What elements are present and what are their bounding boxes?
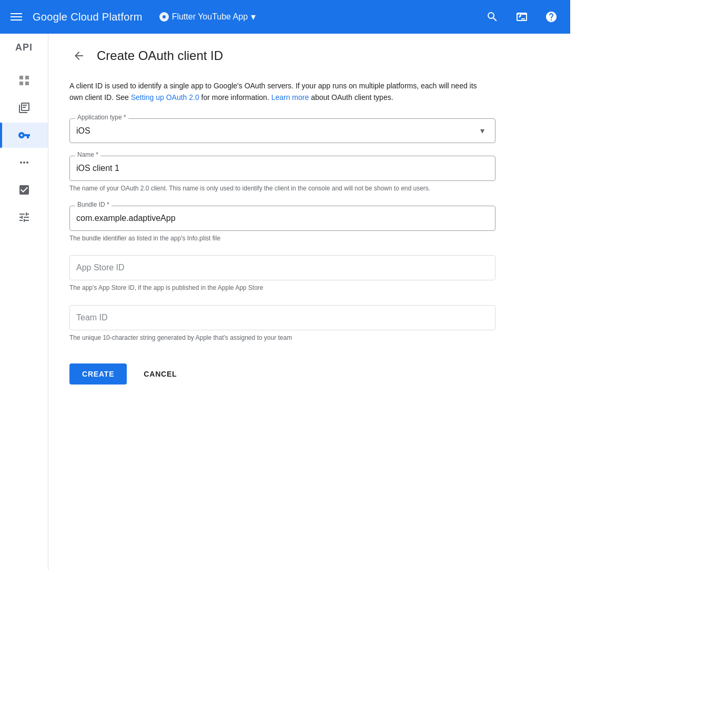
page-header: Create OAuth client ID <box>69 46 532 65</box>
team-id-hint: The unique 10-character string generated… <box>69 333 496 342</box>
app-store-id-input[interactable] <box>76 263 489 272</box>
sidebar-item-tasks[interactable] <box>0 177 48 203</box>
name-input[interactable] <box>76 160 489 176</box>
sidebar-item-library[interactable] <box>0 95 48 120</box>
settings-icon <box>18 211 31 224</box>
project-selector[interactable]: Flutter YouTube App ▾ <box>159 11 256 23</box>
project-name: Flutter YouTube App <box>172 12 248 22</box>
learn-more-link[interactable]: Learn more <box>271 93 309 102</box>
oauth-link[interactable]: Setting up OAuth 2.0 <box>131 93 199 102</box>
terminal-icon <box>515 11 528 23</box>
sidebar-item-dashboard[interactable] <box>0 68 48 93</box>
sidebar-item-credentials[interactable] <box>0 123 48 148</box>
description-text-2: for more information. <box>201 93 271 102</box>
search-button[interactable] <box>482 6 503 27</box>
team-id-group: The unique 10-character string generated… <box>69 305 496 342</box>
dots-icon <box>18 156 31 169</box>
page-title: Create OAuth client ID <box>97 48 223 63</box>
app-type-select[interactable]: iOS Android Web application Desktop app … <box>76 123 489 138</box>
api-label: API <box>11 42 37 53</box>
library-icon <box>18 102 31 114</box>
name-hint: The name of your OAuth 2.0 client. This … <box>69 184 496 193</box>
bundle-id-group: Bundle ID * The bundle identifier as lis… <box>69 206 496 243</box>
team-id-wrapper <box>69 305 496 330</box>
bundle-id-field-wrapper: Bundle ID * <box>69 206 496 231</box>
hamburger-menu[interactable] <box>8 11 24 23</box>
app-type-label: Application type * <box>75 114 128 121</box>
bundle-id-label: Bundle ID * <box>75 201 112 208</box>
back-arrow-icon <box>73 49 85 62</box>
app-type-select-wrapper: iOS Android Web application Desktop app … <box>76 123 489 138</box>
sidebar: API <box>0 34 48 570</box>
sidebar-item-dotmenu[interactable] <box>0 150 48 175</box>
tasks-icon <box>18 184 31 196</box>
name-group: Name * The name of your OAuth 2.0 client… <box>69 156 496 193</box>
bundle-id-hint: The bundle identifier as listed in the a… <box>69 234 496 243</box>
project-chevron-icon: ▾ <box>251 11 256 23</box>
brand-title: Google Cloud Platform <box>33 11 143 23</box>
page-description: A client ID is used to identify a single… <box>69 80 490 104</box>
app-type-group: Application type * iOS Android Web appli… <box>69 118 496 143</box>
top-nav: Google Cloud Platform Flutter YouTube Ap… <box>0 0 570 34</box>
grid-icon <box>18 74 31 87</box>
button-row: CREATE CANCEL <box>69 363 532 406</box>
app-store-id-group: The app's App Store ID, if the app is pu… <box>69 255 496 292</box>
project-icon <box>159 12 169 22</box>
app-type-field-wrapper: Application type * iOS Android Web appli… <box>69 118 496 143</box>
bundle-id-input[interactable] <box>76 210 489 226</box>
name-label: Name * <box>75 151 100 158</box>
cancel-button[interactable]: CANCEL <box>135 363 185 385</box>
team-id-input[interactable] <box>76 313 489 322</box>
back-button[interactable] <box>69 46 88 65</box>
help-icon <box>545 11 558 23</box>
help-button[interactable] <box>541 6 562 27</box>
name-field-wrapper: Name * <box>69 156 496 181</box>
hamburger-line-1 <box>11 13 22 14</box>
main-content: Create OAuth client ID A client ID is us… <box>48 34 553 570</box>
hamburger-line-2 <box>11 16 22 17</box>
terminal-button[interactable] <box>511 6 532 27</box>
app-store-id-hint: The app's App Store ID, if the app is pu… <box>69 284 496 292</box>
sidebar-item-settings[interactable] <box>0 205 48 230</box>
main-layout: API Create OAuth client ID <box>0 34 570 570</box>
create-button[interactable]: CREATE <box>69 363 127 385</box>
app-store-id-wrapper <box>69 255 496 280</box>
search-icon <box>486 11 499 23</box>
description-text-3: about OAuth client types. <box>311 93 393 102</box>
key-icon <box>18 129 31 141</box>
hamburger-line-3 <box>11 19 22 21</box>
